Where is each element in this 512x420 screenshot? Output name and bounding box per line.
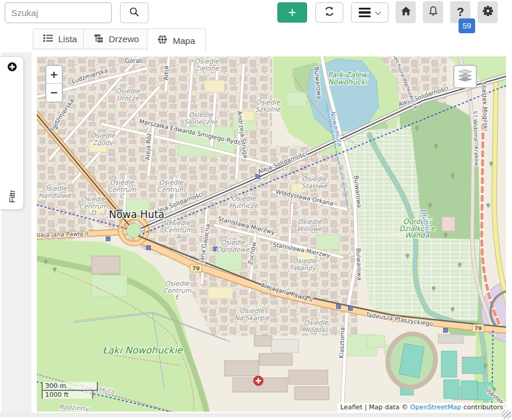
globe-icon	[157, 34, 167, 46]
chevron-down-icon	[375, 7, 381, 18]
svg-text:Bulwarowa: Bulwarowa	[355, 248, 363, 280]
home-icon	[400, 6, 412, 18]
attribution-prefix: Leaflet | Map data ©	[340, 403, 410, 411]
map-tiles: 7979GóraliAlejaLudźmierskaLudźmierskaMar…	[37, 56, 506, 412]
resize-grip[interactable]	[502, 410, 511, 419]
layers-control[interactable]	[453, 65, 477, 89]
svg-text:Aleja: Aleja	[163, 66, 169, 81]
expand-filter-icon[interactable]	[7, 62, 17, 74]
svg-text:79: 79	[192, 266, 200, 271]
attribution-suffix: contributors	[462, 403, 503, 411]
tab-drzewo[interactable]: Drzewo	[83, 29, 150, 49]
svg-text:OsiedleZgody: OsiedleZgody	[90, 132, 115, 147]
layers-icon	[457, 69, 473, 84]
settings-button[interactable]	[478, 1, 498, 23]
question-icon: ?	[457, 5, 464, 19]
list-icon	[43, 34, 53, 44]
tab-drzewo-label: Drzewo	[109, 34, 139, 44]
gear-icon	[482, 5, 494, 19]
tree-icon	[94, 34, 103, 45]
zoom-in-button[interactable]: +	[46, 66, 62, 84]
svg-text:Nowa Huta: Nowa Huta	[109, 209, 164, 220]
menu-dropdown-button[interactable]	[351, 2, 388, 23]
svg-text:OsiedleSzkolne: OsiedleSzkolne	[255, 99, 281, 113]
search-button[interactable]	[120, 2, 148, 23]
tab-lista-label: Lista	[58, 34, 77, 44]
svg-text:Park ZalewNowohucki: Park ZalewNowohucki	[328, 71, 368, 86]
refresh-button[interactable]	[315, 2, 343, 23]
svg-text:Łąki Nowohuckie: Łąki Nowohuckie	[103, 345, 184, 356]
notifications-button[interactable]	[423, 1, 443, 23]
filter-panel-label: Filtr	[8, 188, 17, 205]
map-attribution: Leaflet | Map data © OpenStreetMap contr…	[337, 403, 506, 412]
svg-text:Klasztorna: Klasztorna	[338, 327, 346, 359]
svg-text:OsiedleStalowe: OsiedleStalowe	[301, 175, 328, 190]
map-zoom-control: + −	[45, 65, 63, 103]
tab-mapa[interactable]: Mapa	[147, 29, 206, 52]
svg-text:Górali: Górali	[125, 58, 143, 64]
refresh-icon	[324, 6, 335, 20]
svg-text:OsiedleWillowe: OsiedleWillowe	[297, 218, 323, 233]
svg-text:OsiedleZielone: OsiedleZielone	[194, 58, 219, 72]
svg-text:79: 79	[475, 326, 482, 331]
scale-feet: 1000 ft	[42, 390, 93, 399]
svg-text:Rodzinny: Rodzinny	[59, 403, 90, 412]
tab-mapa-label: Mapa	[173, 36, 195, 46]
svg-text:OsiedleMłodości: OsiedleMłodości	[302, 319, 331, 334]
search-icon	[129, 7, 140, 20]
top-toolbar: + ?	[0, 0, 512, 25]
openstreetmap-link[interactable]: OpenStreetMap	[410, 403, 462, 411]
map-canvas[interactable]: 7979GóraliAlejaLudźmierskaLudźmierskaMar…	[37, 56, 506, 412]
svg-text:OsiedleUrocze: OsiedleUrocze	[115, 87, 140, 102]
svg-text:OsiedleWandy: OsiedleWandy	[292, 257, 317, 272]
bottom-strip	[0, 413, 512, 417]
menu-icon	[359, 8, 371, 18]
help-badge: 59	[459, 18, 475, 33]
bell-icon	[428, 6, 438, 19]
filter-panel[interactable]: Filtr	[0, 56, 24, 210]
add-button[interactable]: +	[277, 2, 307, 23]
tab-lista[interactable]: Lista	[33, 29, 88, 49]
home-button[interactable]	[396, 1, 416, 23]
svg-text:OsiedleHandlowe: OsiedleHandlowe	[39, 185, 72, 200]
zoom-out-button[interactable]: −	[46, 84, 62, 102]
svg-text:OsiedleHutnicze: OsiedleHutnicze	[229, 195, 258, 210]
tab-strip: Lista Drzewo Mapa	[0, 25, 512, 52]
map-scale-control: 300 m 1000 ft	[42, 382, 98, 399]
search-input[interactable]	[5, 2, 112, 23]
